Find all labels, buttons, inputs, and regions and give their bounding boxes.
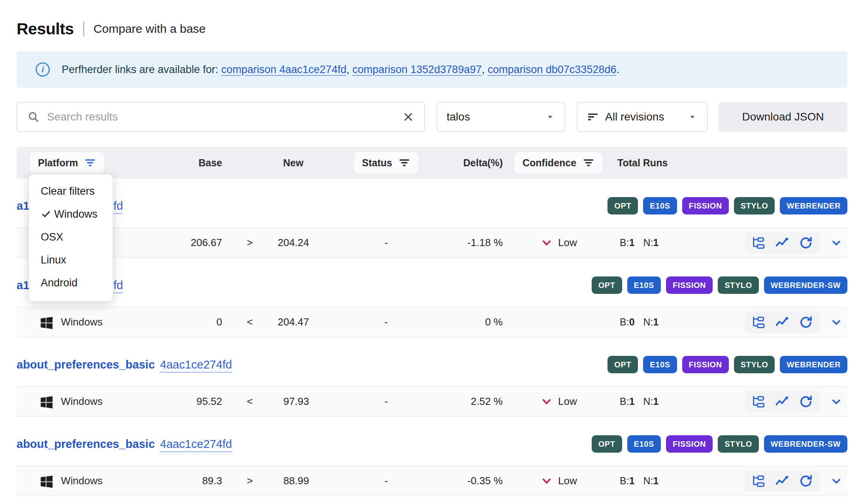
column-new: New: [277, 157, 309, 169]
comparison-sign: <: [222, 395, 277, 408]
subtests-icon[interactable]: [751, 315, 766, 330]
retrigger-icon[interactable]: [798, 474, 813, 489]
test-name: about_preferences_basic: [17, 438, 155, 451]
revisions-select[interactable]: All revisions: [577, 102, 707, 132]
tag-opt: OPT: [607, 356, 638, 373]
menu-item-android[interactable]: Android: [29, 271, 113, 294]
filter-icon: [398, 157, 410, 169]
confidence-filter-button[interactable]: Confidence: [515, 152, 602, 173]
retrigger-icon[interactable]: [798, 235, 813, 250]
graph-icon[interactable]: [775, 394, 790, 409]
tag-fission: FISSION: [682, 356, 729, 373]
delta-value: 2.52 %: [428, 395, 503, 408]
platform-label: Windows: [61, 395, 102, 408]
retrigger-icon[interactable]: [798, 394, 813, 409]
chevron-down-icon: [687, 112, 698, 122]
tag-webrender-sw: WEBRENDER-SW: [764, 276, 847, 294]
column-base: Base: [123, 157, 222, 169]
test-name: a1: [17, 199, 29, 212]
subtests-icon[interactable]: [751, 394, 766, 409]
status-filter-button[interactable]: Status: [354, 152, 418, 173]
revisions-value: All revisions: [605, 111, 681, 123]
tag-opt: OPT: [592, 435, 622, 453]
delta-value: -1.18 %: [428, 237, 503, 249]
graph-icon[interactable]: [775, 315, 790, 330]
base-value: 95.52: [123, 395, 222, 408]
filter-icon: [587, 111, 599, 123]
test-name: a1: [17, 279, 29, 291]
comparison-link-1[interactable]: comparison 4aac1ce274fd: [221, 64, 347, 75]
expand-chevron-icon[interactable]: [830, 475, 843, 487]
tag-webrender-sw: WEBRENDER-SW: [764, 435, 847, 453]
revision-link[interactable]: 4aac1ce274fd: [160, 438, 232, 451]
result-section: about_preferences_basic 4aac1ce274fd OPT…: [17, 433, 847, 496]
comparison-link-2[interactable]: comparison 1352d3789a97: [352, 64, 481, 75]
new-value: 204.24: [277, 237, 309, 249]
column-confidence: Confidence: [523, 157, 576, 169]
result-section: a1 fd OPT E10S FISSION STYLO WEBRENDER 2…: [17, 194, 847, 258]
windows-icon: [39, 473, 55, 489]
graph-icon[interactable]: [775, 235, 790, 250]
search-box[interactable]: [17, 102, 425, 132]
test-title: about_preferences_basic 4aac1ce274fd: [17, 438, 232, 451]
subtests-icon[interactable]: [751, 474, 766, 489]
section-header: a1 fd OPT E10S FISSION STYLO WEBRENDER-S…: [17, 274, 847, 297]
status-value: -: [309, 475, 428, 487]
clear-search-icon[interactable]: [402, 111, 414, 123]
delta-value: 0 %: [428, 316, 503, 328]
banner-separator: ,: [346, 64, 352, 75]
title-divider: [83, 21, 84, 36]
tag-fission: FISSION: [682, 197, 729, 214]
platform-filter-button[interactable]: Platform: [30, 152, 104, 173]
subtests-icon[interactable]: [751, 235, 766, 250]
tag-e10s: E10S: [627, 276, 661, 294]
tag-webrender: WEBRENDER: [780, 197, 847, 214]
revision-link[interactable]: fd: [113, 279, 123, 292]
menu-item-clear-filters[interactable]: Clear filters: [29, 180, 113, 203]
table-row: Windows 0 < 204.47 - 0 % B:0N:1: [17, 307, 847, 337]
tag-stylo: STYLO: [718, 435, 759, 453]
revision-link[interactable]: fd: [113, 199, 123, 213]
new-value: 88.99: [277, 475, 309, 487]
status-value: -: [309, 316, 428, 328]
perfherder-links-banner: i Perfherder links are available for: co…: [17, 51, 847, 88]
graph-icon[interactable]: [775, 474, 790, 489]
framework-select[interactable]: talos: [437, 102, 565, 132]
total-runs: B:1N:1: [598, 475, 681, 487]
tag-opt: OPT: [607, 197, 638, 214]
chevron-down-icon: [545, 112, 555, 122]
tag-opt: OPT: [592, 276, 622, 294]
expand-chevron-icon[interactable]: [830, 316, 843, 329]
revision-link[interactable]: 4aac1ce274fd: [160, 358, 232, 371]
menu-item-linux[interactable]: Linux: [29, 248, 113, 271]
tag-fission: FISSION: [666, 435, 713, 453]
tag-stylo: STYLO: [734, 356, 775, 373]
table-row: Windows 95.52 < 97.93 - 2.52 % Low B:1N:…: [17, 386, 847, 417]
banner-separator: ,: [482, 64, 488, 75]
status-value: -: [309, 395, 428, 408]
retrigger-icon[interactable]: [798, 315, 813, 330]
column-delta: Delta(%): [428, 157, 503, 169]
row-actions: [745, 470, 820, 492]
section-header: about_preferences_basic 4aac1ce274fd OPT…: [17, 353, 847, 376]
download-json-button[interactable]: Download JSON: [719, 102, 847, 132]
base-value: 206.67: [123, 237, 222, 249]
base-value: 0: [123, 316, 222, 328]
platform-label: Windows: [61, 316, 102, 328]
platform-label: Windows: [61, 475, 102, 487]
total-runs: B:0N:1: [598, 316, 681, 328]
check-icon: [41, 209, 52, 220]
confidence-value: Low: [558, 475, 577, 487]
expand-chevron-icon[interactable]: [830, 395, 843, 408]
menu-item-windows[interactable]: Windows: [29, 203, 113, 226]
expand-chevron-icon[interactable]: [830, 237, 843, 249]
status-value: -: [309, 237, 428, 249]
comparison-link-3[interactable]: comparison db07c33528d6: [488, 64, 617, 75]
search-input[interactable]: [47, 111, 395, 123]
tag-list: OPT E10S FISSION STYLO WEBRENDER: [607, 356, 847, 373]
section-header: about_preferences_basic 4aac1ce274fd OPT…: [17, 433, 847, 455]
delta-value: -0.35 %: [428, 475, 503, 487]
menu-item-osx[interactable]: OSX: [29, 226, 113, 248]
tag-e10s: E10S: [643, 197, 677, 214]
new-value: 97.93: [277, 395, 309, 408]
